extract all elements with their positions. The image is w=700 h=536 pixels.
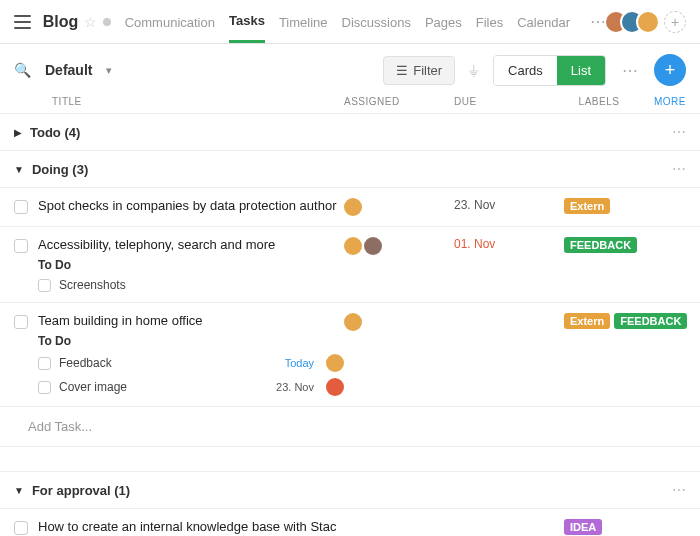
task-title: Spot checks in companies by data protect… (38, 198, 344, 213)
avatar[interactable] (326, 354, 344, 372)
subtask-name: Feedback (59, 356, 277, 370)
avatar[interactable] (364, 237, 382, 255)
task-assignees (344, 313, 454, 331)
caret-down-icon: ▼ (14, 485, 24, 496)
group-name: Todo (4) (30, 125, 80, 140)
group-name: Doing (3) (32, 162, 88, 177)
avatar[interactable] (344, 313, 362, 331)
cards-view-button[interactable]: Cards (494, 56, 557, 85)
group-name: For approval (1) (32, 483, 130, 498)
group-more-icon[interactable]: ⋯ (672, 482, 686, 498)
label-extern[interactable]: Extern (564, 313, 610, 329)
filter-icon: ☰ (396, 63, 408, 78)
subtask-checkbox[interactable] (38, 279, 51, 292)
subtask-row[interactable]: Feedback Today (38, 354, 344, 372)
subtask-row[interactable]: Cover image 23. Nov (38, 378, 344, 396)
tab-files[interactable]: Files (476, 15, 503, 42)
task-row[interactable]: Accessibility, telephony, search and mor… (0, 227, 700, 303)
filter-label: Filter (413, 63, 442, 78)
subtask-due: 23. Nov (276, 381, 314, 393)
group-more-icon[interactable]: ⋯ (672, 161, 686, 177)
group-approval[interactable]: ▼ For approval (1) ⋯ (0, 471, 700, 509)
subtask-name: Cover image (59, 380, 268, 394)
tab-tasks[interactable]: Tasks (229, 13, 265, 43)
col-due: DUE (454, 96, 564, 107)
tab-bar: Communication Tasks Timeline Discussions… (125, 12, 612, 31)
status-dot (103, 18, 110, 26)
view-toggle: Cards List (493, 55, 606, 86)
task-checkbox[interactable] (14, 315, 28, 329)
tab-discussions[interactable]: Discussions (342, 15, 411, 42)
task-title: How to create an internal knowledge base… (38, 519, 344, 534)
subtask-row[interactable]: Screenshots (38, 278, 344, 292)
task-row[interactable]: Spot checks in companies by data protect… (0, 188, 700, 227)
search-icon[interactable]: 🔍 (14, 62, 31, 78)
task-checkbox[interactable] (14, 239, 28, 253)
tab-pages[interactable]: Pages (425, 15, 462, 42)
subtask-header: To Do (38, 334, 344, 348)
task-assignees (344, 198, 454, 216)
avatar[interactable] (344, 198, 362, 216)
group-more-icon[interactable]: ⋯ (672, 124, 686, 140)
label-feedback[interactable]: FEEDBACK (614, 313, 687, 329)
add-task-button[interactable]: Add Task... (0, 407, 700, 447)
tab-communication[interactable]: Communication (125, 15, 215, 42)
view-name[interactable]: Default (45, 62, 92, 78)
subtask-due: Today (285, 357, 314, 369)
col-labels: LABELS (564, 96, 634, 107)
activity-icon[interactable]: ⏚ (465, 61, 483, 79)
group-doing[interactable]: ▼ Doing (3) ⋯ (0, 151, 700, 188)
task-checkbox[interactable] (14, 521, 28, 535)
col-more[interactable]: MORE (634, 96, 686, 107)
col-assigned: ASSIGNED (344, 96, 454, 107)
filter-button[interactable]: ☰ Filter (383, 56, 455, 85)
caret-down-icon: ▼ (14, 164, 24, 175)
label-feedback[interactable]: FEEDBACK (564, 237, 637, 253)
tab-timeline[interactable]: Timeline (279, 15, 328, 42)
avatar[interactable] (636, 10, 660, 34)
task-assignees (344, 237, 454, 255)
subtask-name: Screenshots (59, 278, 344, 292)
task-row[interactable]: Team building in home office To Do Feedb… (0, 303, 700, 407)
chevron-down-icon[interactable]: ▾ (106, 64, 112, 77)
list-view-button[interactable]: List (557, 56, 605, 85)
avatar[interactable] (344, 237, 362, 255)
add-button[interactable]: + (654, 54, 686, 86)
task-checkbox[interactable] (14, 200, 28, 214)
subtask-checkbox[interactable] (38, 357, 51, 370)
task-due: 01. Nov (454, 237, 564, 251)
caret-right-icon: ▶ (14, 127, 22, 138)
toolbar-more-icon[interactable]: ⋯ (616, 61, 644, 80)
col-title: TITLE (14, 96, 344, 107)
subtask-checkbox[interactable] (38, 381, 51, 394)
label-idea[interactable]: IDEA (564, 519, 602, 535)
member-avatars: + (612, 10, 686, 34)
tab-calendar[interactable]: Calendar (517, 15, 570, 42)
group-todo[interactable]: ▶ Todo (4) ⋯ (0, 114, 700, 151)
task-title: Accessibility, telephony, search and mor… (38, 237, 344, 252)
label-extern[interactable]: Extern (564, 198, 610, 214)
add-member-button[interactable]: + (664, 11, 686, 33)
task-row[interactable]: How to create an internal knowledge base… (0, 509, 700, 536)
task-due: 23. Nov (454, 198, 564, 212)
star-icon[interactable]: ☆ (84, 14, 97, 30)
subtask-header: To Do (38, 258, 344, 272)
avatar[interactable] (326, 378, 344, 396)
menu-icon[interactable] (14, 15, 31, 29)
task-title: Team building in home office (38, 313, 344, 328)
page-title: Blog (43, 13, 79, 31)
